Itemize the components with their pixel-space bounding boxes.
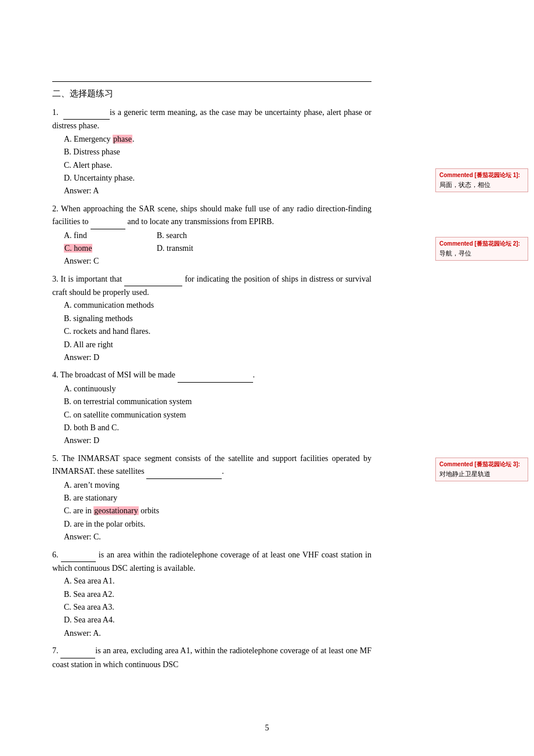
question-3-options: A. communication methods B. signaling me… (64, 299, 371, 351)
option-2b: B. search (157, 229, 226, 242)
comment-3: Commented [番茄花园论坛 3]: 对地静止卫星轨道 (435, 458, 528, 481)
answer-4: Answer: D (64, 434, 371, 447)
blank-4 (178, 369, 253, 382)
blank-3 (124, 273, 182, 286)
option-1d: D. Uncertainty phase. (64, 172, 371, 185)
page-container: 二、选择题练习 1. is a generic term meaning, as… (0, 0, 534, 756)
answer-6: Answer: A. (64, 627, 371, 640)
question-6-text: 6. is an area within the radiotelephone … (52, 549, 371, 575)
question-7-text: 7. is an area, excluding area A1, within… (52, 645, 371, 671)
option-3c: C. rockets and hand flares. (64, 325, 371, 338)
question-1: 1. is a generic term meaning, as the cas… (52, 106, 371, 198)
comment-2-header: Commented [番茄花园论坛 2]: (439, 240, 524, 248)
blank-6 (61, 549, 96, 562)
blank-1 (63, 106, 110, 120)
blank-7 (60, 645, 95, 658)
highlight-phase: phase (113, 135, 132, 143)
option-5d: D. are in the polar orbits. (64, 518, 371, 531)
answer-5: Answer: C. (64, 531, 371, 543)
comment-1: Commented [番茄花园论坛 1]: 局面，状态，相位 (435, 168, 528, 192)
option-4a: A. continuously (64, 383, 371, 395)
option-5c: C. are in geostationary orbits (64, 505, 371, 517)
answer-2: Answer: C (64, 255, 371, 268)
question-5-options: A. aren’t moving B. are stationary C. ar… (64, 479, 371, 531)
option-6c: C. Sea area A3. (64, 601, 371, 614)
blank-2 (91, 215, 125, 229)
question-7: 7. is an area, excluding area A1, within… (52, 645, 371, 671)
option-3b: B. signaling methods (64, 312, 371, 325)
option-4d: D. both B and C. (64, 422, 371, 434)
option-2a: A. find (64, 229, 134, 242)
option-6b: B. Sea area A2. (64, 588, 371, 601)
question-4-options: A. continuously B. on terrestrial commun… (64, 383, 371, 435)
divider (52, 81, 371, 82)
option-5a: A. aren’t moving (64, 479, 371, 492)
option-6a: A. Sea area A1. (64, 575, 371, 588)
option-3d: D. All are right (64, 339, 371, 351)
question-2-options: A. find B. search C. home D. transmit (64, 229, 371, 255)
option-1b: B. Distress phase (64, 146, 371, 159)
option-2d: D. transmit (157, 242, 226, 255)
page-number: 5 (0, 723, 534, 733)
option-6d: D. Sea area A4. (64, 614, 371, 627)
highlight-geostationary: geostationary (93, 506, 138, 515)
option-2c: C. home (64, 242, 134, 255)
question-2: 2. When approaching the SAR scene, ships… (52, 203, 371, 268)
question-1-text: 1. is a generic term meaning, as the cas… (52, 106, 371, 133)
question-6-options: A. Sea area A1. B. Sea area A2. C. Sea a… (64, 575, 371, 627)
comment-1-body: 局面，状态，相位 (439, 181, 524, 189)
option-5b: B. are stationary (64, 492, 371, 505)
option-1c: C. Alert phase. (64, 159, 371, 172)
blank-5 (146, 465, 222, 478)
question-2-text: 2. When approaching the SAR scene, ships… (52, 203, 371, 229)
question-1-options: A. Emergency phase. B. Distress phase C.… (64, 133, 371, 185)
question-4-text: 4. The broadcast of MSI will be made . (52, 369, 371, 382)
comment-2: Commented [番茄花园论坛 2]: 导航，寻位 (435, 237, 528, 261)
question-5: 5. The INMARSAT space segment consists o… (52, 452, 371, 544)
option-4c: C. on satellite communication system (64, 409, 371, 422)
option-4b: B. on terrestrial communication system (64, 395, 371, 408)
main-content: 二、选择题练习 1. is a generic term meaning, as… (52, 81, 371, 671)
option-1a: A. Emergency phase. (64, 133, 371, 146)
answer-1: Answer: A (64, 185, 371, 197)
section-title: 二、选择题练习 (52, 87, 371, 100)
question-5-text: 5. The INMARSAT space segment consists o… (52, 452, 371, 479)
comment-3-header: Commented [番茄花园论坛 3]: (439, 460, 524, 469)
question-3: 3. It is important that for indicating t… (52, 273, 371, 365)
comment-2-body: 导航，寻位 (439, 249, 524, 258)
question-6: 6. is an area within the radiotelephone … (52, 549, 371, 640)
comment-3-body: 对地静止卫星轨道 (439, 470, 524, 478)
answer-3: Answer: D (64, 351, 371, 364)
question-4: 4. The broadcast of MSI will be made . A… (52, 369, 371, 447)
highlight-c-home: C. home (64, 244, 92, 253)
option-row-2cd: C. home D. transmit (64, 242, 371, 255)
comment-1-header: Commented [番茄花园论坛 1]: (439, 171, 524, 179)
option-row-2ab: A. find B. search (64, 229, 371, 242)
question-3-text: 3. It is important that for indicating t… (52, 273, 371, 300)
option-3a: A. communication methods (64, 299, 371, 312)
